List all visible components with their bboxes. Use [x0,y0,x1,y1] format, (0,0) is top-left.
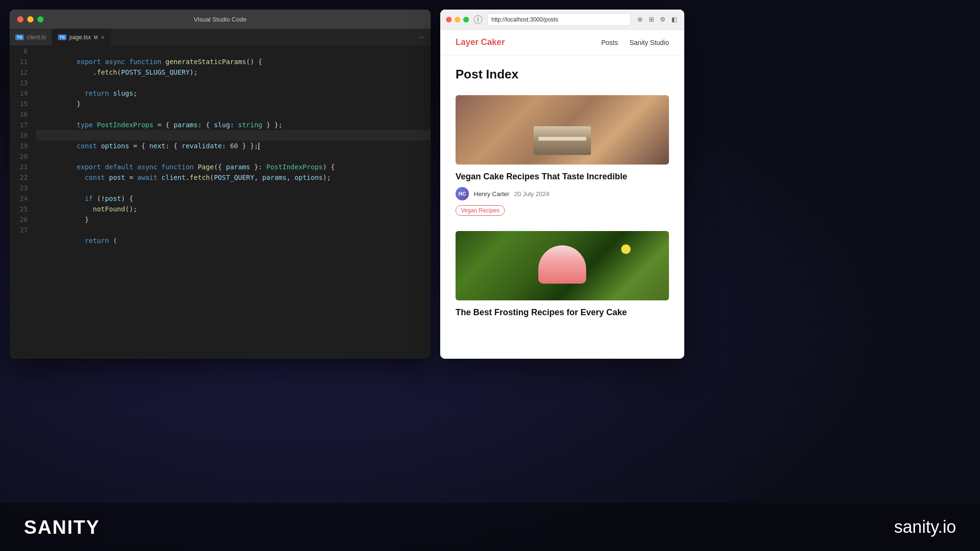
code-line-6: export async function generateStaticPara… [36,46,431,56]
site-nav: Layer Caker Posts Sanity Studio [440,30,684,55]
more-tabs-button[interactable]: ··· [419,29,431,46]
post-tag-1[interactable]: Vegan Recipes [456,205,505,216]
maximize-button[interactable] [37,16,44,22]
code-line-13: return slugs; [36,77,431,88]
code-line-26 [36,214,431,225]
nav-posts-link[interactable]: Posts [601,39,618,46]
browser-content: Layer Caker Posts Sanity Studio Post Ind… [440,30,684,359]
nav-links: Posts Sanity Studio [601,39,669,46]
bookmark-icon[interactable]: ⊕ [635,15,644,24]
browser-window-controls [446,17,469,22]
screenshot-icon[interactable]: ⊞ [647,15,656,24]
code-line-16: type PostIndexProps = { params: { slug: … [36,109,431,120]
code-line-22 [36,172,431,183]
post-date-1: 20 July 2024 [514,190,549,198]
code-lines[interactable]: export async function generateStaticPara… [33,46,431,359]
tab-bar: TS client.ts TS page.tsx M × ··· [10,29,431,46]
cake-image-vegan [456,95,669,165]
post-image-2[interactable] [456,231,669,300]
vscode-window: Visual Studio Code TS client.ts TS page.… [10,10,431,359]
tab-label: client.ts [27,34,46,41]
tab-label: page.tsx [69,34,91,41]
url-text: http://localhost:3000/posts [491,16,558,23]
vscode-title: Visual Studio Code [194,16,246,23]
post-title-1[interactable]: Vegan Cake Recipes That Taste Incredible [456,171,669,182]
tab-close-icon[interactable]: × [100,33,104,41]
code-line-11: .fetch(POSTS_SLUGS_QUERY); [36,56,431,67]
post-meta-1: HC Henry Carter 20 July 2024 [456,187,669,200]
nav-sanity-studio-link[interactable]: Sanity Studio [630,39,669,46]
browser-action-buttons: ⊕ ⊞ ⚙ ◧ [635,15,679,24]
tab-client-ts[interactable]: TS client.ts [10,29,52,45]
vscode-titlebar: Visual Studio Code [10,10,431,29]
author-name-1: Henry Carter [474,190,509,198]
browser-maximize-button[interactable] [463,17,469,22]
browser-close-button[interactable] [446,17,452,22]
post-image-1[interactable] [456,95,669,165]
site-brand[interactable]: Layer Caker [456,37,505,47]
code-line-14: } [36,88,431,99]
window-controls [17,16,44,22]
post-index: Post Index Vegan Cake Recipes That Taste… [440,55,684,345]
sanity-logo: SANITY [24,517,100,538]
browser-minimize-button[interactable] [455,17,460,22]
post-card-1: Vegan Cake Recipes That Taste Incredible… [456,95,669,216]
cake-image-frosting [456,231,669,300]
code-line-20: export default async function Page({ par… [36,151,431,162]
minimize-button[interactable] [27,16,33,22]
close-button[interactable] [17,16,23,22]
code-line-24: notFound(); [36,193,431,204]
code-line-21: const post = await client.fetch(POST_QUE… [36,162,431,172]
code-line-17 [36,120,431,130]
line-numbers: 6 11 12 13 14 15 16 17 18 19 20 21 22 23… [10,46,33,359]
code-line-19 [36,141,431,151]
code-line-27: return ( [36,225,431,235]
page-info-icon[interactable]: i [474,15,482,24]
url-bar[interactable]: http://localhost:3000/posts [487,13,631,26]
code-line-12 [36,67,431,77]
post-index-title: Post Index [456,67,669,82]
browser-titlebar: i http://localhost:3000/posts ⊕ ⊞ ⚙ ◧ [440,10,684,30]
code-line-18: const options = { next: { revalidate: 60… [36,130,431,141]
sanity-url: sanity.io [894,517,956,537]
tab-modified-indicator: M [94,35,98,40]
author-avatar-1: HC [456,187,469,200]
tab-page-tsx[interactable]: TS page.tsx M × [52,29,111,45]
post-card-2: The Best Frosting Recipes for Every Cake [456,231,669,318]
ts-icon: TS [15,34,24,40]
code-editor: 6 11 12 13 14 15 16 17 18 19 20 21 22 23… [10,46,431,359]
settings-icon[interactable]: ⚙ [658,15,667,24]
code-line-25: } [36,204,431,214]
post-title-2[interactable]: The Best Frosting Recipes for Every Cake [456,307,669,318]
tsx-icon: TS [58,34,67,40]
code-line-15 [36,99,431,109]
bottom-bar: SANITY sanity.io [0,503,980,551]
desktop: Visual Studio Code TS client.ts TS page.… [0,0,980,551]
extensions-icon[interactable]: ◧ [670,15,679,24]
code-line-23: if (!post) { [36,183,431,193]
browser-window: i http://localhost:3000/posts ⊕ ⊞ ⚙ ◧ La… [440,10,684,359]
